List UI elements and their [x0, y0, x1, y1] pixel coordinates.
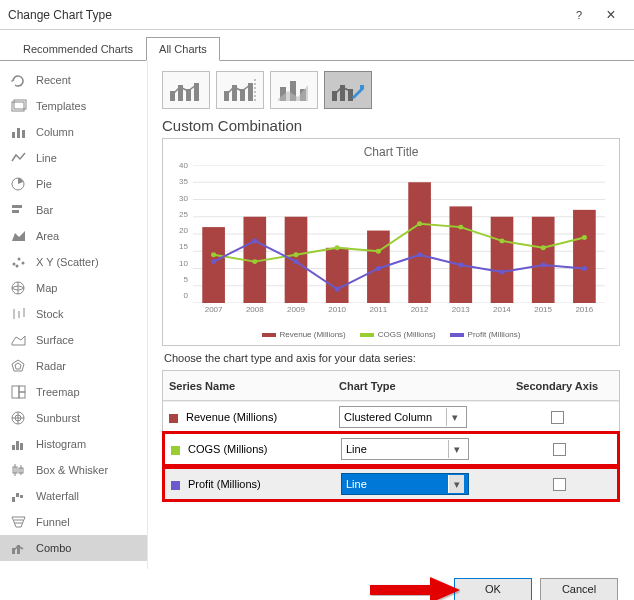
sidebar-item-label: Box & Whisker	[36, 464, 108, 476]
sidebar-item-radar[interactable]: Radar	[0, 353, 147, 379]
box-whisker-icon	[10, 462, 28, 478]
surface-icon	[10, 332, 28, 348]
waterfall-icon	[10, 488, 28, 504]
sidebar-item-funnel[interactable]: Funnel	[0, 509, 147, 535]
legend-item: Revenue (Millions)	[262, 330, 346, 339]
series-name-cell: Revenue (Millions)	[169, 411, 339, 423]
svg-point-78	[335, 245, 340, 250]
main-panel: Custom Combination Chart Title 403530252…	[148, 61, 634, 569]
combo-thumb-1[interactable]	[162, 71, 210, 109]
svg-point-77	[293, 252, 298, 257]
cancel-button[interactable]: Cancel	[540, 578, 618, 601]
chart-type-dropdown[interactable]: Clustered Column▾	[339, 406, 467, 428]
sidebar-item-combo[interactable]: Combo	[0, 535, 147, 561]
svg-marker-17	[15, 363, 21, 369]
sidebar-item-bar[interactable]: Bar	[0, 197, 147, 223]
svg-rect-95	[370, 585, 430, 595]
sidebar-item-label: Map	[36, 282, 57, 294]
chart-type-dropdown[interactable]: Line▾	[341, 473, 469, 495]
series-config-table: Series Name Chart Type Secondary Axis Re…	[162, 370, 620, 502]
svg-point-83	[541, 245, 546, 250]
sidebar-item-recent[interactable]: Recent	[0, 67, 147, 93]
close-button[interactable]: ×	[596, 5, 626, 25]
svg-point-91	[458, 263, 463, 268]
column-icon	[10, 124, 28, 140]
recent-icon	[10, 72, 28, 88]
sidebar-item-label: Combo	[36, 542, 71, 554]
sidebar-item-stock[interactable]: Stock	[0, 301, 147, 327]
sidebar-item-label: Radar	[36, 360, 66, 372]
secondary-axis-checkbox[interactable]	[553, 478, 566, 491]
sidebar-item-templates[interactable]: Templates	[0, 93, 147, 119]
sidebar-item-label: Bar	[36, 204, 53, 216]
secondary-axis-checkbox[interactable]	[553, 443, 566, 456]
sidebar-item-map[interactable]: Map	[0, 275, 147, 301]
sidebar-item-sunburst[interactable]: Sunburst	[0, 405, 147, 431]
svg-rect-73	[532, 217, 555, 303]
svg-rect-4	[22, 130, 25, 138]
chart-type-dropdown[interactable]: Line▾	[341, 438, 469, 460]
sidebar-item-surface[interactable]: Surface	[0, 327, 147, 353]
tab-all-charts[interactable]: All Charts	[146, 37, 220, 61]
header-series-name: Series Name	[169, 380, 339, 392]
combo-thumb-custom[interactable]	[324, 71, 372, 109]
chart-preview: Chart Title 4035302520151050 20072008200…	[162, 138, 620, 346]
sidebar-item-treemap[interactable]: Treemap	[0, 379, 147, 405]
svg-point-87	[293, 259, 298, 264]
tab-recommended-charts[interactable]: Recommended Charts	[10, 37, 146, 61]
svg-rect-70	[408, 182, 431, 303]
svg-point-8	[13, 263, 16, 266]
sidebar-item-label: Sunburst	[36, 412, 80, 424]
sidebar-item-label: Area	[36, 230, 59, 242]
sidebar-item-box-whisker[interactable]: Box & Whisker	[0, 457, 147, 483]
svg-point-94	[582, 266, 587, 271]
sidebar-item-column[interactable]: Column	[0, 119, 147, 145]
series-row: COGS (Millions)Line▾	[162, 431, 620, 467]
svg-rect-55	[360, 85, 364, 89]
series-header-row: Series Name Chart Type Secondary Axis	[163, 371, 619, 401]
svg-rect-68	[326, 248, 349, 303]
y-axis-labels: 4035302520151050	[163, 165, 191, 303]
svg-rect-72	[491, 217, 514, 303]
chart-plot-area	[193, 165, 605, 303]
svg-rect-34	[20, 495, 23, 498]
treemap-icon	[10, 384, 28, 400]
svg-rect-71	[449, 206, 472, 303]
svg-point-75	[211, 252, 216, 257]
chevron-down-icon: ▾	[448, 440, 464, 458]
chevron-down-icon: ▾	[446, 408, 462, 426]
svg-point-10	[22, 262, 25, 265]
combo-thumb-2[interactable]	[216, 71, 264, 109]
sidebar-item-area[interactable]: Area	[0, 223, 147, 249]
sidebar-item-label: Templates	[36, 100, 86, 112]
sidebar-item-line[interactable]: Line	[0, 145, 147, 171]
titlebar: Change Chart Type ? ×	[0, 0, 634, 30]
bar-icon	[10, 202, 28, 218]
sidebar-item-histogram[interactable]: Histogram	[0, 431, 147, 457]
series-row: Profit (Millions)Line▾	[162, 466, 620, 502]
svg-point-90	[417, 252, 422, 257]
combo-style-thumbnails	[162, 71, 620, 109]
combo-thumb-3[interactable]	[270, 71, 318, 109]
chart-legend: Revenue (Millions)COGS (Millions)Profit …	[163, 330, 619, 339]
svg-rect-25	[12, 445, 15, 450]
svg-point-82	[499, 238, 504, 243]
secondary-axis-checkbox[interactable]	[551, 411, 564, 424]
svg-point-93	[541, 263, 546, 268]
help-button[interactable]: ?	[564, 5, 594, 25]
sidebar-item-pie[interactable]: Pie	[0, 171, 147, 197]
svg-rect-7	[12, 210, 19, 213]
ok-button[interactable]: OK	[454, 578, 532, 601]
svg-rect-20	[19, 392, 25, 398]
radar-icon	[10, 358, 28, 374]
sidebar-item-label: Treemap	[36, 386, 80, 398]
header-secondary-axis: Secondary Axis	[509, 380, 605, 392]
series-name-cell: Profit (Millions)	[171, 478, 341, 490]
chart-type-sidebar: RecentTemplatesColumnLinePieBarAreaX Y (…	[0, 61, 148, 569]
sidebar-item-waterfall[interactable]: Waterfall	[0, 483, 147, 509]
series-instruction: Choose the chart type and axis for your …	[164, 352, 620, 364]
sidebar-item-x-y-scatter-[interactable]: X Y (Scatter)	[0, 249, 147, 275]
dialog-footer: OK Cancel	[0, 569, 634, 600]
sidebar-item-label: Stock	[36, 308, 64, 320]
window-title: Change Chart Type	[8, 8, 564, 22]
